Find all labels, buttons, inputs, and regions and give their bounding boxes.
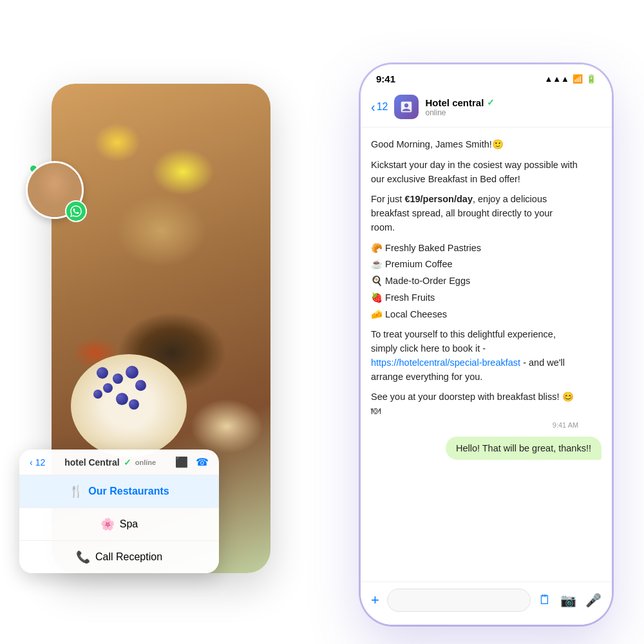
blueberry: [129, 399, 139, 410]
outgoing-text: Hello! That will be great, thanks!!: [456, 443, 591, 453]
popup-hotel-status: online: [135, 459, 156, 466]
status-bar: 9:41 ▲▲▲ 📶 🔋: [361, 64, 612, 90]
restaurant-icon: 🍴: [69, 484, 83, 498]
msg-price: For just €19/person/day, enjoy a delicio…: [371, 193, 578, 234]
message-text: Good Morning, James Smith!🙂 Kickstart yo…: [371, 138, 578, 419]
outgoing-message: Hello! That will be great, thanks!!: [446, 437, 601, 460]
chat-header: ‹ 12 Hotel central ✓ online: [361, 90, 612, 128]
hotel-name: Hotel central: [425, 97, 484, 108]
battery-icon: 🔋: [586, 74, 596, 84]
popup-back-count: 12: [35, 457, 46, 468]
hotel-title: Hotel central ✓: [425, 97, 601, 108]
list-item-pastries: 🥐 Freshly Baked Pastries: [371, 242, 578, 256]
list-item-eggs: 🍳 Made-to-Order Eggs: [371, 274, 578, 289]
blueberry: [116, 393, 128, 405]
blueberry: [93, 390, 102, 399]
back-button[interactable]: ‹ 12: [371, 100, 388, 115]
right-phone: 9:41 ▲▲▲ 📶 🔋 ‹ 12: [361, 64, 612, 625]
hotel-avatar: [394, 95, 419, 119]
wifi-icon: 📶: [573, 74, 583, 84]
blueberry: [126, 366, 138, 379]
menu-item-restaurants[interactable]: 🍴 Our Restaurants: [19, 475, 219, 508]
chevron-left-icon: ‹: [371, 100, 375, 115]
phone-icon[interactable]: ☎: [196, 456, 209, 468]
price-bold: €19/person/day: [404, 194, 473, 204]
booking-link[interactable]: https://hotelcentral/special-breakfast: [371, 357, 520, 368]
hotel-status: online: [425, 108, 601, 117]
message-time: 9:41 AM: [371, 421, 578, 429]
blueberry: [103, 383, 113, 393]
menu-item-reception-label: Call Reception: [95, 551, 162, 563]
popup-hotel-name-text: hotel Central: [64, 457, 120, 468]
signal-icon: ▲▲▲: [544, 74, 569, 84]
menu-item-spa[interactable]: 🌸 Spa: [19, 508, 219, 541]
message-input[interactable]: [387, 589, 531, 612]
menu-item-spa-label: Spa: [120, 518, 138, 530]
popup-card: ‹ 12 hotel Central ✓ online ⬛ ☎ 🍴 Our Re…: [19, 450, 219, 573]
back-count: 12: [377, 101, 388, 113]
avatar-container: [26, 161, 84, 219]
right-phone-inner: 9:41 ▲▲▲ 📶 🔋 ‹ 12: [361, 64, 612, 625]
list-item-cheese: 🧀 Local Cheeses: [371, 308, 578, 322]
spa-icon: 🌸: [100, 517, 115, 531]
food-bowl: [71, 354, 187, 457]
sticker-icon[interactable]: 🗒: [538, 592, 551, 608]
breakfast-list: 🥐 Freshly Baked Pastries ☕ Premium Coffe…: [371, 242, 578, 322]
menu-item-restaurants-label: Our Restaurants: [88, 486, 169, 497]
popup-actions: ⬛ ☎: [175, 456, 209, 468]
popup-hotel-info: hotel Central ✓ online: [64, 457, 156, 468]
msg-closing: See you at your doorstep with breakfast …: [371, 390, 578, 419]
menu-item-reception[interactable]: 📞 Call Reception: [19, 541, 219, 573]
status-time: 9:41: [376, 73, 395, 84]
add-button[interactable]: +: [371, 593, 379, 607]
camera-icon[interactable]: 📷: [560, 592, 576, 608]
phone-reception-icon: 📞: [76, 550, 90, 564]
blueberry: [97, 367, 108, 379]
popup-back-button[interactable]: ‹ 12: [30, 457, 45, 468]
incoming-message: Good Morning, James Smith!🙂 Kickstart yo…: [371, 138, 578, 429]
blueberry: [113, 374, 123, 384]
blueberry: [135, 380, 146, 391]
list-item-coffee: ☕ Premium Coffee: [371, 258, 578, 272]
msg-cta: To treat yourself to this delightful exp…: [371, 328, 578, 384]
popup-header: ‹ 12 hotel Central ✓ online ⬛ ☎: [19, 450, 219, 475]
chat-action-icons: 🗒 📷 🎤: [538, 592, 601, 608]
whatsapp-badge: [65, 200, 87, 222]
scene: ‹ 12 hotel Central ✓ online ⬛ ☎ 🍴 Our Re…: [32, 32, 612, 612]
popup-verified-badge: ✓: [124, 457, 131, 468]
msg-greeting: Good Morning, James Smith!🙂: [371, 138, 578, 152]
mic-icon[interactable]: 🎤: [585, 592, 601, 608]
hotel-info: Hotel central ✓ online: [425, 97, 601, 117]
msg-intro: Kickstart your day in the cosiest way po…: [371, 158, 578, 187]
chevron-left-icon: ‹: [30, 457, 33, 468]
chat-input-area: + 🗒 📷 🎤: [361, 582, 612, 625]
list-item-fruits: 🍓 Fresh Fruits: [371, 291, 578, 305]
verified-icon: ✓: [487, 97, 495, 108]
chat-body: Good Morning, James Smith!🙂 Kickstart yo…: [361, 128, 612, 582]
video-call-icon[interactable]: ⬛: [175, 456, 188, 468]
status-icons: ▲▲▲ 📶 🔋: [544, 74, 596, 84]
